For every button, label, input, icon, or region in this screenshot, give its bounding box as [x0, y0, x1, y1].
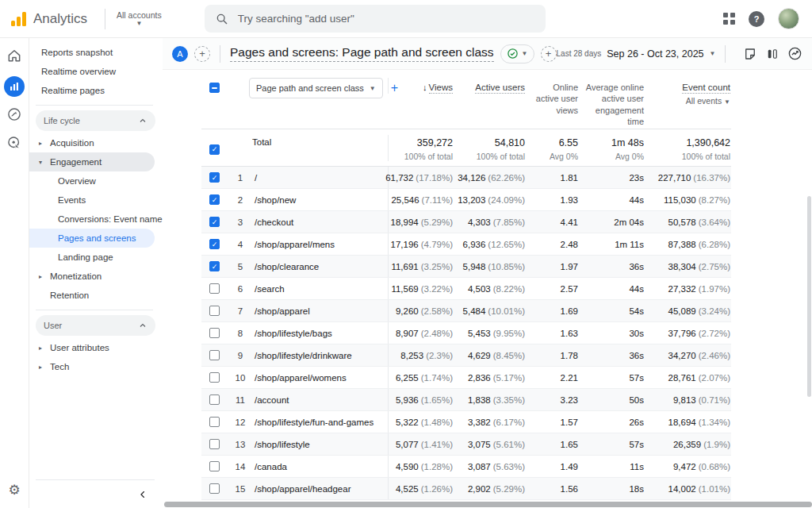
sidebar-item-realtime-pages[interactable]: Realtime pages [29, 81, 163, 100]
sidebar-item-retention[interactable]: Retention [29, 286, 163, 305]
row-number: 11 [228, 389, 252, 410]
add-comparison-button[interactable]: + [194, 46, 210, 62]
table-row[interactable]: 11 /account 5,936(1.65%) 1,838(3.35%) 3.… [201, 389, 731, 411]
sidebar-item-user-attributes[interactable]: ▸User attributes [29, 338, 163, 357]
sidebar-item-label: Reports snapshot [41, 48, 113, 57]
table-row[interactable]: 14 /canada 4,590(1.28%) 3,087(5.63%) 1.4… [201, 456, 731, 478]
table-row[interactable]: ✓ 5 /shop/clearance 11,691(3.25%) 5,948(… [201, 256, 731, 278]
dimension-selector[interactable]: Page path and screen class ▼ [249, 78, 383, 98]
event-filter-dropdown[interactable]: All events ▼ [650, 96, 730, 107]
sidebar-item-tech[interactable]: ▸Tech [29, 357, 163, 376]
collapse-icon[interactable] [137, 489, 148, 500]
search-icon [216, 13, 228, 25]
row-number: 15 [228, 478, 252, 499]
row-checkbox[interactable] [209, 461, 220, 471]
horizontal-scrollbar[interactable] [164, 502, 812, 507]
column-header-event-count[interactable]: Event countAll events ▼ [644, 78, 730, 107]
page-path: /shop/apparel/headgear [252, 478, 388, 499]
sidebar-item-pages-and-screens[interactable]: Pages and screens [29, 229, 155, 248]
table-row[interactable]: ✓ 4 /shop/apparel/mens 17,196(4.79%) 6,9… [201, 233, 731, 256]
total-event-count: 1,390,642 [686, 137, 730, 148]
sidebar-item-overview[interactable]: Overview [29, 171, 163, 190]
vertical-scrollbar[interactable] [807, 196, 811, 397]
row-checkbox[interactable]: ✓ [209, 217, 220, 227]
add-report-button[interactable]: + [541, 46, 557, 62]
note-icon[interactable] [743, 47, 757, 61]
sidebar-item-realtime-overview[interactable]: Realtime overview [29, 62, 163, 81]
settings-gear-icon[interactable]: ⚙ [8, 483, 20, 497]
page-path: /shop/lifestyle/drinkware [252, 344, 388, 366]
explore-icon[interactable] [6, 106, 22, 125]
sidebar-item-events[interactable]: Events [29, 190, 163, 210]
sidebar: Reports snapshotRealtime overviewRealtim… [29, 38, 163, 508]
sidebar-section-life-cycle[interactable]: Life cycle [36, 110, 155, 131]
apps-grid-icon[interactable] [723, 13, 735, 25]
row-checkbox[interactable] [209, 417, 220, 427]
row-checkbox[interactable] [209, 483, 220, 494]
page-path: /shop/lifestyle/fun-and-games [252, 411, 388, 433]
table-row[interactable]: 15 /shop/apparel/headgear 4,525(1.26%) 2… [201, 478, 731, 500]
table-row[interactable]: 7 /shop/apparel 9,260(2.58%) 5,484(10.01… [201, 300, 731, 322]
table-row[interactable]: 10 /shop/apparel/womens 6,255(1.74%) 2,8… [201, 367, 731, 389]
table-row[interactable]: 8 /shop/lifestyle/bags 8,907(2.48%) 5,45… [201, 322, 731, 344]
column-header-average-online-active-user-engagement-time[interactable]: Average online active user engagement ti… [578, 78, 644, 127]
sidebar-section-user[interactable]: User [36, 315, 155, 336]
report-table: Page path and screen class ▼ + ↓ViewsAct… [201, 73, 731, 500]
row-number: 8 [228, 322, 252, 344]
total-online-active-user-views: 6.55 [559, 137, 578, 148]
property-chip[interactable]: A [172, 46, 188, 62]
row-checkbox[interactable]: ✓ [209, 194, 220, 205]
home-icon[interactable] [6, 48, 22, 67]
total-checkbox[interactable]: ✓ [209, 144, 220, 155]
table-row[interactable]: ✓ 3 /checkout 18,994(5.29%) 4,303(7.85%)… [201, 211, 731, 233]
table-header: Page path and screen class ▼ + ↓ViewsAct… [201, 73, 731, 129]
row-checkbox[interactable] [209, 439, 220, 449]
row-checkbox[interactable]: ✓ [209, 239, 220, 249]
column-header-views[interactable]: ↓Views [388, 78, 453, 94]
chevron-up-icon [138, 116, 147, 125]
table-row[interactable]: ✓ 2 /shop/new 25,546(7.11%) 13,203(24.09… [201, 189, 731, 211]
row-checkbox[interactable] [209, 283, 220, 294]
sidebar-item-landing-page[interactable]: Landing page [29, 248, 163, 267]
date-range-selector[interactable]: Last 28 days Sep 26 - Oct 23, 2025 ▼ [557, 48, 716, 60]
sidebar-item-label: Retention [50, 291, 89, 300]
totals-row: ✓ Total 359,272 100% of total 54,810 100… [201, 129, 731, 167]
sidebar-item-label: Events [58, 195, 86, 205]
arrow-right-icon: ▸ [39, 364, 45, 371]
search-bar[interactable]: Try searching "add user" [205, 5, 546, 33]
chevron-down-icon: ▼ [522, 50, 528, 57]
column-header-online-active-user-views[interactable]: Online active user views [525, 78, 578, 116]
sidebar-item-monetization[interactable]: ▸Monetization [29, 267, 163, 286]
insights-icon[interactable] [787, 46, 802, 61]
table-row[interactable]: 9 /shop/lifestyle/drinkware 8,253(2.3%) … [201, 344, 731, 367]
sidebar-item-conversions-event-name[interactable]: Conversions: Event name [29, 210, 163, 229]
table-row[interactable]: 13 /shop/lifestyle 5,077(1.41%) 3,075(5.… [201, 433, 731, 456]
row-checkbox[interactable]: ✓ [209, 261, 220, 271]
user-avatar[interactable] [778, 8, 799, 29]
arrow-right-icon: ▸ [39, 344, 45, 352]
row-checkbox[interactable] [209, 394, 220, 405]
row-checkbox[interactable] [209, 350, 220, 360]
column-header-active-users[interactable]: Active users [453, 78, 525, 94]
table-row[interactable]: ✓ 1 / 61,732(17.18%) 34,126(62.26%) 1.81… [201, 167, 731, 189]
report-title[interactable]: Pages and screens: Page path and screen … [230, 45, 494, 62]
row-checkbox[interactable] [209, 306, 220, 316]
sidebar-item-reports-snapshot[interactable]: Reports snapshot [29, 43, 163, 62]
row-checkbox[interactable] [209, 328, 220, 338]
sidebar-item-label: Acquisition [50, 138, 94, 148]
row-checkbox[interactable]: ✓ [209, 172, 220, 183]
sidebar-item-acquisition[interactable]: ▸Acquisition [29, 133, 163, 152]
select-all-checkbox[interactable] [209, 83, 220, 93]
reports-icon[interactable] [4, 76, 25, 97]
account-switcher[interactable]: All accounts ▼ [117, 10, 162, 27]
sidebar-item-engagement[interactable]: ▾Engagement [29, 152, 155, 171]
compare-icon[interactable] [765, 47, 779, 61]
chevron-down-icon: ▼ [724, 98, 730, 106]
advertising-icon[interactable] [6, 135, 22, 154]
report-status-pill[interactable]: ▼ [500, 44, 534, 64]
table-row[interactable]: 12 /shop/lifestyle/fun-and-games 5,322(1… [201, 411, 731, 433]
table-row[interactable]: 6 /search 11,569(3.22%) 4,503(8.22%) 2.5… [201, 278, 731, 300]
row-checkbox[interactable] [209, 372, 220, 383]
total-views: 359,272 [417, 137, 453, 148]
help-icon[interactable]: ? [749, 11, 764, 27]
